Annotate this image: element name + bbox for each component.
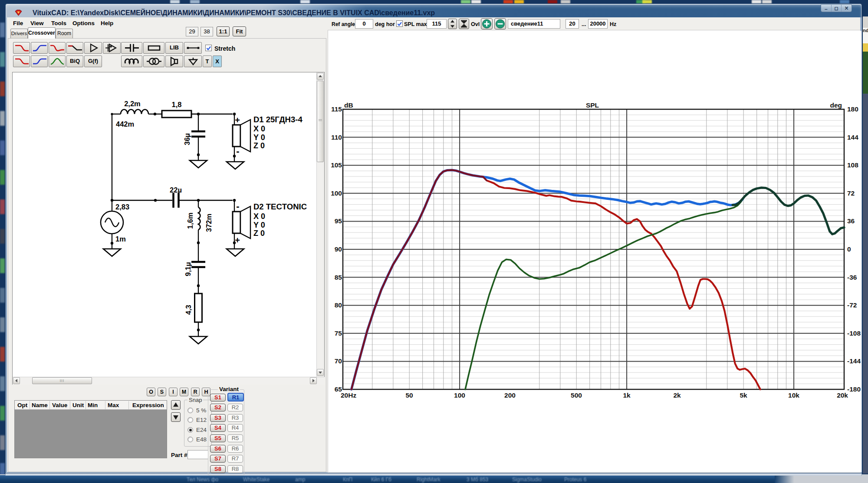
svg-text:D2 TECTONIC: D2 TECTONIC bbox=[253, 202, 307, 211]
svg-text:-144: -144 bbox=[847, 357, 861, 365]
svg-text:2,83: 2,83 bbox=[115, 203, 129, 211]
svg-text:2,2m: 2,2m bbox=[124, 100, 141, 108]
svg-text:+: + bbox=[235, 235, 240, 245]
svg-text:-: - bbox=[236, 201, 239, 212]
svg-text:deg: deg bbox=[830, 101, 842, 109]
svg-text:-72: -72 bbox=[847, 301, 857, 309]
svg-text:70: 70 bbox=[335, 357, 342, 365]
svg-text:72: 72 bbox=[847, 189, 855, 197]
svg-text:85: 85 bbox=[335, 274, 342, 281]
svg-text:180: 180 bbox=[847, 105, 858, 113]
svg-text:500: 500 bbox=[571, 392, 582, 399]
svg-text:36: 36 bbox=[847, 217, 855, 225]
svg-text:X 0: X 0 bbox=[253, 212, 265, 221]
svg-text:5k: 5k bbox=[740, 392, 747, 399]
svg-text:50: 50 bbox=[405, 392, 413, 399]
svg-text:100: 100 bbox=[454, 392, 465, 399]
svg-text:75: 75 bbox=[335, 330, 342, 337]
svg-text:1,8: 1,8 bbox=[172, 101, 182, 108]
svg-text:20k: 20k bbox=[837, 392, 848, 399]
svg-text:10k: 10k bbox=[788, 392, 799, 399]
svg-text:Z 0: Z 0 bbox=[253, 141, 265, 150]
svg-text:2k: 2k bbox=[673, 392, 681, 399]
svg-text:Y 0: Y 0 bbox=[253, 221, 265, 229]
svg-text:20Hz: 20Hz bbox=[341, 392, 356, 399]
svg-text:Y 0: Y 0 bbox=[253, 133, 265, 142]
svg-text:-108: -108 bbox=[847, 330, 861, 337]
svg-text:36µ: 36µ bbox=[183, 133, 191, 145]
svg-text:90: 90 bbox=[335, 245, 342, 253]
svg-text:1k: 1k bbox=[623, 392, 631, 399]
svg-text:4,3: 4,3 bbox=[184, 305, 192, 315]
svg-text:100: 100 bbox=[331, 189, 342, 197]
svg-text:-180: -180 bbox=[847, 385, 861, 393]
svg-text:110: 110 bbox=[331, 134, 342, 141]
svg-text:105: 105 bbox=[331, 161, 342, 169]
svg-text:-: - bbox=[236, 146, 239, 157]
svg-text:X 0: X 0 bbox=[253, 124, 265, 133]
svg-text:9,1µ: 9,1µ bbox=[184, 262, 192, 276]
svg-text:+: + bbox=[235, 115, 240, 125]
svg-text:dB: dB bbox=[344, 101, 353, 109]
svg-text:Z 0: Z 0 bbox=[253, 229, 265, 238]
svg-text:-36: -36 bbox=[847, 274, 857, 281]
svg-text:115: 115 bbox=[331, 105, 342, 113]
svg-text:1m: 1m bbox=[115, 235, 126, 243]
svg-text:144: 144 bbox=[847, 134, 858, 141]
svg-text:22µ: 22µ bbox=[170, 186, 182, 194]
svg-text:80: 80 bbox=[335, 301, 342, 309]
svg-text:372m: 372m bbox=[205, 214, 213, 232]
svg-text:1,6m: 1,6m bbox=[186, 212, 194, 229]
svg-text:D1 25ГДН3-4: D1 25ГДН3-4 bbox=[253, 115, 302, 124]
svg-text:442m: 442m bbox=[116, 120, 134, 128]
svg-text:108: 108 bbox=[847, 161, 858, 169]
svg-text:95: 95 bbox=[335, 217, 342, 225]
svg-text:200: 200 bbox=[504, 392, 516, 399]
svg-text:SPL: SPL bbox=[586, 101, 599, 109]
svg-text:0: 0 bbox=[847, 245, 851, 253]
